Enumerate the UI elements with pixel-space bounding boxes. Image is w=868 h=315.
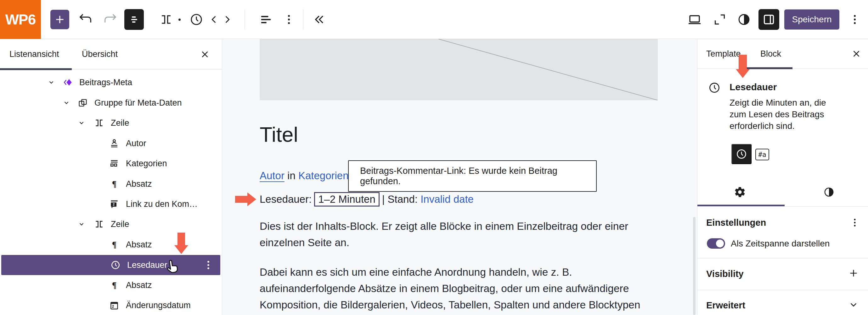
meta-connector: in (287, 170, 296, 182)
modified-date-link[interactable]: Invalid date (421, 193, 474, 205)
view-contrast-button[interactable] (735, 10, 753, 29)
toggle-knob (716, 240, 724, 247)
paragraph-icon: ¶ (109, 280, 120, 290)
chevron-left-icon (208, 13, 221, 26)
comment-link-tooltip: Beitrags-Kommentar-Link: Es wurde kein B… (348, 160, 597, 192)
align-left-icon (259, 12, 273, 27)
close-icon (199, 49, 210, 60)
save-button[interactable]: Speichern (784, 9, 839, 30)
tree-item-absatz-3[interactable]: ¶ Absatz (0, 275, 222, 295)
categories-link[interactable]: Kategorien (298, 170, 349, 182)
reading-time-value-selected-block[interactable]: 1–2 Minuten (314, 192, 379, 207)
canvas-scrollbar-thumb[interactable] (693, 217, 695, 315)
chevron-down-icon (848, 299, 859, 310)
redo-icon (103, 12, 117, 27)
toolbar-dot (179, 19, 181, 21)
tree-item-lesedauer-selected[interactable]: Lesedauer (1, 255, 220, 275)
reading-time-label: Lesedauer: (260, 193, 312, 205)
visibility-add-button[interactable] (846, 266, 861, 280)
active-tab-underline (0, 68, 72, 70)
parent-row-block-button[interactable] (157, 10, 175, 29)
comments-link-icon: 2 (109, 199, 120, 209)
tree-item-zeile-2[interactable]: Zeile (0, 214, 222, 234)
row-options-kebab-icon[interactable] (202, 258, 215, 272)
section-divider (698, 290, 868, 290)
chevron-down-icon[interactable] (47, 78, 55, 86)
tree-item-beitrags-meta[interactable]: Beitrags-Meta (0, 72, 222, 93)
row-block-icon (94, 219, 104, 230)
tab-settings[interactable] (733, 185, 747, 199)
move-right-button[interactable] (220, 10, 234, 29)
tree-item-gruppe[interactable]: Gruppe für Meta-Daten (0, 93, 222, 113)
featured-image-placeholder[interactable] (260, 39, 658, 100)
toolbar-divider (245, 9, 245, 30)
fullscreen-button[interactable] (710, 10, 730, 29)
laptop-icon (687, 12, 702, 27)
post-categories-icon (109, 158, 120, 169)
tab-block[interactable]: Block (761, 39, 781, 69)
block-options-button[interactable] (280, 10, 298, 29)
visibility-section-title: Visibility (706, 266, 744, 281)
content-paragraph-2[interactable]: Dabei kann es sich um eine einfache Anor… (260, 264, 640, 315)
inspector-tabs: Template Block (698, 39, 868, 69)
top-toolbar: WP6 (0, 0, 868, 39)
selected-block-icon-button[interactable] (187, 10, 206, 29)
clock-icon (110, 260, 121, 270)
close-inspector-button[interactable] (849, 46, 864, 61)
close-icon (851, 48, 862, 59)
tree-item-kategorien[interactable]: Kategorien (0, 153, 222, 174)
reading-time-separator: | (382, 193, 385, 205)
html-anchor-badge: #a (755, 149, 769, 160)
chevron-down-icon[interactable] (78, 119, 86, 127)
tab-styles[interactable] (822, 185, 836, 199)
row-block-icon (94, 117, 104, 128)
editor-options-button[interactable] (846, 10, 864, 29)
advanced-expand-button[interactable] (846, 298, 861, 312)
post-title[interactable]: Titel (260, 123, 298, 146)
tab-list-view[interactable]: Listenansicht (9, 39, 59, 69)
svg-text:¶: ¶ (112, 240, 117, 249)
chevron-down-icon[interactable] (62, 99, 70, 107)
chevron-down-icon[interactable] (78, 220, 86, 228)
tab-template[interactable]: Template (706, 39, 741, 69)
tree-item-zeile-1[interactable]: Zeile (0, 113, 222, 133)
document-overview-button[interactable] (124, 9, 144, 30)
tree-item-kommentar-link[interactable]: 2 Link zu den Kom… (0, 194, 222, 214)
tree-item-absatz-2[interactable]: ¶ Absatz (0, 235, 222, 255)
undo-icon (79, 12, 93, 27)
settings-options-kebab[interactable] (848, 216, 862, 230)
collapse-toolbar-button[interactable] (309, 10, 328, 29)
expand-icon (713, 12, 727, 27)
undo-button[interactable] (77, 10, 94, 29)
paragraph-icon: ¶ (109, 179, 120, 189)
advanced-section-title: Erweitert (706, 298, 745, 313)
reading-time-line: Lesedauer:1–2 Minuten| Stand: Invalid da… (260, 192, 474, 207)
svg-text:¶: ¶ (112, 179, 117, 188)
tree-item-aenderungsdatum[interactable]: 2 Änderungsdatum (0, 295, 222, 315)
group-block-icon (78, 98, 88, 108)
tree-item-autor[interactable]: Autor (0, 133, 222, 153)
contrast-icon (737, 12, 751, 27)
paragraph-icon: ¶ (109, 239, 120, 250)
timespan-toggle-label: Als Zeitspanne darstellen (731, 236, 830, 251)
block-variation-clock-button[interactable] (732, 144, 751, 164)
block-inspector-panel: Template Block Lesedauer Zeigt die Minut… (698, 39, 868, 315)
block-inserter-button[interactable] (50, 10, 69, 29)
gear-icon (734, 186, 746, 198)
preview-device-button[interactable] (685, 10, 704, 29)
tree-item-absatz-1[interactable]: ¶ Absatz (0, 174, 222, 194)
stand-label: Stand: (388, 193, 417, 205)
site-logo[interactable]: WP6 (0, 0, 41, 39)
text-align-button[interactable] (257, 10, 275, 29)
move-left-button[interactable] (208, 10, 221, 29)
tab-outline[interactable]: Übersicht (82, 39, 118, 69)
editor-canvas[interactable]: Titel Autor in Kategorien | Beitrags-Kom… (222, 39, 698, 315)
close-list-view-button[interactable] (198, 47, 212, 62)
redo-button[interactable] (101, 10, 119, 29)
timespan-toggle[interactable] (707, 238, 725, 249)
content-paragraph-1[interactable]: Dies ist der Inhalts-Block. Er zeigt all… (260, 218, 628, 251)
block-card-description: Zeigt die Minuten an, die zum Lesen des … (730, 97, 826, 132)
settings-sidebar-toggle-button[interactable] (758, 9, 779, 30)
double-chevron-left-icon (312, 12, 326, 26)
author-link[interactable]: Autor (260, 170, 284, 182)
